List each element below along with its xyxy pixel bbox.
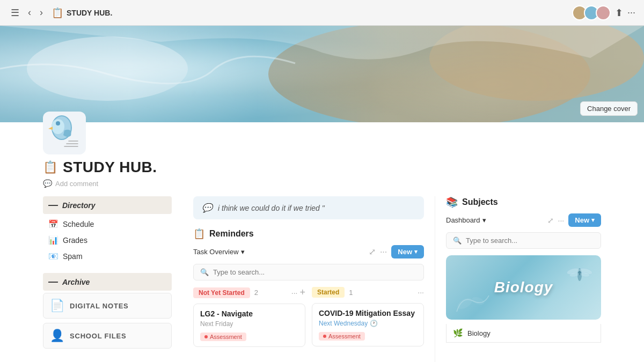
digital-notes-icon: 📄 bbox=[50, 299, 64, 313]
cover-svg bbox=[0, 26, 644, 122]
reminders-new-label: New bbox=[398, 248, 412, 256]
started-col-actions: ··· bbox=[418, 288, 424, 297]
task-column-not-started: Not Yet Started 2 ··· + LG2 - Navigate N… bbox=[193, 287, 305, 351]
task-search-input[interactable] bbox=[213, 268, 417, 276]
directory-label: Directory bbox=[62, 201, 95, 210]
subjects-more-button[interactable]: ··· bbox=[558, 216, 565, 225]
subjects-search-input[interactable] bbox=[466, 237, 594, 245]
task-view-select[interactable]: Task Overview ▾ bbox=[193, 248, 245, 256]
started-badge: Started bbox=[312, 287, 345, 298]
right-col: 📚 Subjects Dashboard ▾ ⤢ ··· New ▾ bbox=[435, 196, 601, 362]
not-started-add-button[interactable]: + bbox=[299, 287, 305, 298]
browser-right: ⬆ ··· bbox=[572, 5, 635, 20]
subjects-actions: ⤢ ··· New ▾ bbox=[547, 213, 601, 227]
nav-controls: ☰ ‹ › bbox=[9, 5, 45, 21]
school-files-label: SCHOOL FILES bbox=[70, 332, 126, 340]
subjects-new-button[interactable]: New ▾ bbox=[568, 213, 601, 227]
task-search-box[interactable]: 🔍 bbox=[193, 264, 424, 280]
sidebar-item-grades-label: Grades bbox=[63, 236, 155, 245]
leaf-decoration bbox=[451, 290, 494, 317]
sidebar-item-schedule[interactable]: 📅 Schedule ··· bbox=[43, 216, 172, 232]
task-expand-button[interactable]: ⤢ bbox=[369, 247, 376, 257]
not-started-more-button[interactable]: ··· bbox=[291, 289, 298, 297]
not-started-header: Not Yet Started 2 ··· + bbox=[193, 287, 305, 298]
biology-item-icon: 🌿 bbox=[453, 328, 463, 338]
subjects-search-box[interactable]: 🔍 bbox=[446, 232, 601, 249]
quote-box: 💬 i think we could do it if we tried " bbox=[193, 196, 424, 219]
subject-card-biology[interactable]: Biology bbox=[446, 255, 601, 320]
directory-header: — Directory bbox=[43, 196, 172, 214]
more-button[interactable]: ··· bbox=[627, 7, 635, 18]
page-header: 📋 STUDY HUB. 💬 Add comment bbox=[0, 122, 644, 188]
archive-header: — Archive bbox=[43, 273, 172, 291]
quote-text: i think we could do it if we tried " bbox=[218, 204, 325, 212]
subjects-search-icon: 🔍 bbox=[453, 237, 462, 245]
forward-button[interactable]: › bbox=[38, 5, 45, 20]
browser-chrome: ☰ ‹ › 📋 STUDY HUB. ⬆ ··· bbox=[0, 0, 644, 26]
add-comment-row[interactable]: 💬 Add comment bbox=[43, 179, 601, 188]
schedule-icon: 📅 bbox=[48, 219, 58, 229]
change-cover-button[interactable]: Change cover bbox=[580, 101, 638, 116]
archive-item-digital-notes[interactable]: 📄 DIGITAL NOTES bbox=[43, 293, 172, 319]
avatar-group bbox=[572, 5, 611, 20]
started-count: 1 bbox=[349, 289, 353, 297]
comment-icon: 💬 bbox=[43, 179, 52, 188]
tag-dot-icon bbox=[204, 335, 208, 338]
dragonfly-illustration bbox=[564, 260, 596, 286]
menu-button[interactable]: ☰ bbox=[9, 5, 21, 21]
not-started-badge: Not Yet Started bbox=[193, 287, 250, 298]
school-files-icon: 👤 bbox=[50, 329, 64, 343]
breadcrumb: 📋 STUDY HUB. bbox=[52, 7, 112, 19]
reminders-icon: 📋 bbox=[193, 228, 205, 240]
reminders-new-button[interactable]: New ▾ bbox=[391, 245, 424, 258]
grades-icon: 📊 bbox=[48, 235, 58, 245]
task-card-covid-due: Next Wednesday 🕐 bbox=[319, 320, 417, 327]
task-tag-lg2-label: Assessment bbox=[210, 334, 242, 340]
new-btn-arrow-icon: ▾ bbox=[414, 248, 418, 255]
archive-label: Archive bbox=[62, 278, 90, 286]
page-title-row: 📋 STUDY HUB. bbox=[43, 159, 601, 176]
subjects-controls: Dashboard ▾ ⤢ ··· New ▾ bbox=[446, 213, 601, 227]
page-icon-large bbox=[43, 112, 86, 154]
browser-page-title: STUDY HUB. bbox=[67, 9, 112, 17]
task-card-lg2-due: Next Friday bbox=[200, 320, 298, 328]
not-started-count: 2 bbox=[254, 289, 258, 297]
archive-section: — Archive 📄 DIGITAL NOTES 👤 SCHOOL FILES bbox=[43, 273, 172, 349]
spam-icon: 📧 bbox=[48, 252, 58, 261]
archive-dash: — bbox=[48, 276, 58, 287]
back-button[interactable]: ‹ bbox=[26, 5, 33, 20]
task-card-covid: COVID-19 Mitigation Essay Next Wednesday… bbox=[312, 303, 424, 346]
task-tag-covid-label: Assessment bbox=[328, 333, 361, 339]
covid-due-text: Next Wednesday bbox=[319, 320, 368, 327]
task-view-actions: ⤢ ··· New ▾ bbox=[369, 245, 424, 258]
sidebar-item-grades[interactable]: 📊 Grades ··· bbox=[43, 232, 172, 248]
task-card-covid-title: COVID-19 Mitigation Essay bbox=[319, 309, 417, 317]
subject-item-biology[interactable]: 🌿 Biology bbox=[446, 324, 601, 343]
reminders-header: 📋 Reminders bbox=[193, 228, 424, 240]
sidebar-item-schedule-label: Schedule bbox=[63, 220, 155, 228]
middle-col: 💬 i think we could do it if we tried " 📋… bbox=[182, 196, 435, 362]
task-more-button[interactable]: ··· bbox=[380, 247, 387, 257]
task-card-covid-tag: Assessment bbox=[319, 332, 365, 341]
svg-point-7 bbox=[56, 121, 60, 125]
sidebar-item-spam[interactable]: 📧 Spam ··· bbox=[43, 248, 172, 264]
directory-dash: — bbox=[48, 200, 58, 211]
svg-point-3 bbox=[27, 36, 188, 101]
subjects-title: Subjects bbox=[462, 197, 498, 207]
task-card-lg2-title: LG2 - Navigate bbox=[200, 309, 298, 318]
clock-icon: 🕐 bbox=[370, 320, 378, 327]
subjects-header: 📚 Subjects bbox=[446, 196, 601, 208]
task-view-bar: Task Overview ▾ ⤢ ··· New ▾ bbox=[193, 245, 424, 258]
three-col-layout: — Directory 📅 Schedule ··· 📊 Grades ··· … bbox=[0, 188, 644, 362]
subjects-expand-button[interactable]: ⤢ bbox=[547, 216, 554, 225]
avatar-3 bbox=[596, 5, 611, 20]
share-button[interactable]: ⬆ bbox=[615, 7, 623, 19]
started-header: Started 1 ··· bbox=[312, 287, 424, 298]
subjects-icon: 📚 bbox=[446, 196, 458, 208]
subject-card-biology-img: Biology bbox=[446, 255, 601, 320]
archive-item-school-files[interactable]: 👤 SCHOOL FILES bbox=[43, 323, 172, 349]
subjects-new-arrow-icon: ▾ bbox=[591, 217, 595, 224]
svg-point-18 bbox=[471, 295, 486, 306]
dashboard-select[interactable]: Dashboard ▾ bbox=[446, 216, 486, 224]
started-more-button[interactable]: ··· bbox=[418, 288, 424, 297]
